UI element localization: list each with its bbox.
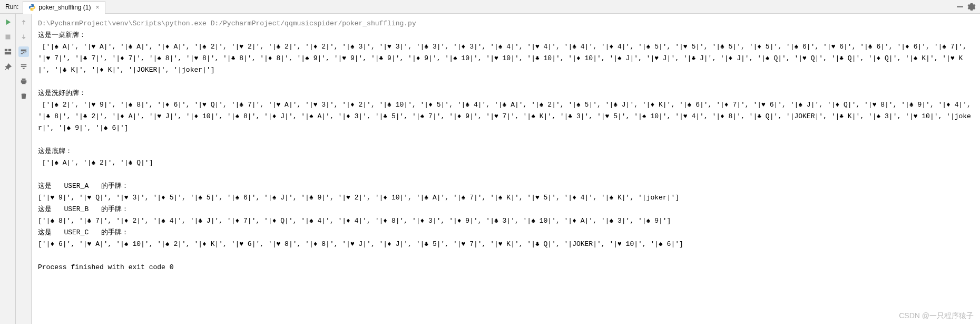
up-arrow-button[interactable] (18, 17, 29, 27)
userC-title: 这是 USER_C 的手牌： (38, 228, 129, 236)
userB-title: 这是 USER_B 的手牌： (38, 205, 129, 213)
svg-rect-4 (4, 52, 11, 54)
section-shuffled-list: ['|♠ 2|', '|♥ 9|', '|♠ 8|', '|♦ 6|', '|♥… (38, 101, 975, 132)
userA-title: 这是 USER_A 的手牌： (38, 182, 129, 190)
section-new-deck-title: 这是一桌新牌： (38, 31, 86, 39)
run-label: Run: (0, 3, 23, 11)
section-bottom-title: 这是底牌： (38, 147, 72, 155)
section-bottom-list: ['|♠ A|', '|♠ 2|', '|♣ Q|'] (42, 159, 153, 167)
close-icon[interactable]: × (96, 4, 100, 11)
python-file-icon (28, 4, 36, 11)
run-toolbar-right (16, 14, 32, 324)
stop-button[interactable] (3, 32, 13, 42)
rerun-button[interactable] (3, 17, 13, 27)
userA-list: ['|♥ 9|', '|♥ Q|', '|♥ 3|', '|♦ 5|', '|♠… (38, 194, 679, 202)
layout-button[interactable] (3, 46, 13, 57)
section-new-deck-list: ['|♠ A|', '|♥ A|', '|♣ A|', '|♦ A|', '|♠… (38, 43, 971, 74)
exit-line: Process finished with exit code 0 (38, 263, 173, 271)
run-toolbar-left (0, 14, 16, 324)
run-tab[interactable]: poker_shuffling (1) × (23, 1, 105, 14)
print-button[interactable] (18, 76, 29, 87)
svg-rect-0 (957, 6, 963, 7)
pin-button[interactable] (3, 61, 13, 72)
down-arrow-button[interactable] (18, 32, 29, 42)
scroll-to-end-button[interactable] (18, 61, 29, 72)
console-output[interactable]: D:\PycharmProject\venv\Scripts\python.ex… (32, 14, 980, 324)
hide-icon[interactable] (956, 3, 964, 11)
soft-wrap-button[interactable] (18, 46, 29, 57)
watermark: CSDN @一只程序猿子 (899, 311, 974, 321)
gear-icon[interactable] (967, 3, 976, 11)
tab-title: poker_shuffling (1) (38, 4, 91, 11)
run-tab-bar: Run: poker_shuffling (1) × (0, 0, 980, 14)
svg-rect-1 (5, 35, 10, 40)
section-shuffled-title: 这是洗好的牌： (38, 89, 86, 97)
userB-list: ['|♠ 8|', '|♣ 7|', '|♦ 2|', '|♠ 4|', '|♣… (38, 217, 671, 225)
userC-list: ['|♦ 6|', '|♥ A|', '|♠ 10|', '|♠ 2|', '|… (38, 240, 683, 248)
svg-rect-2 (4, 49, 7, 51)
svg-rect-3 (8, 49, 11, 51)
command-line: D:\PycharmProject\venv\Scripts\python.ex… (38, 20, 416, 27)
delete-button[interactable] (18, 91, 29, 101)
main-area: D:\PycharmProject\venv\Scripts\python.ex… (0, 14, 980, 324)
